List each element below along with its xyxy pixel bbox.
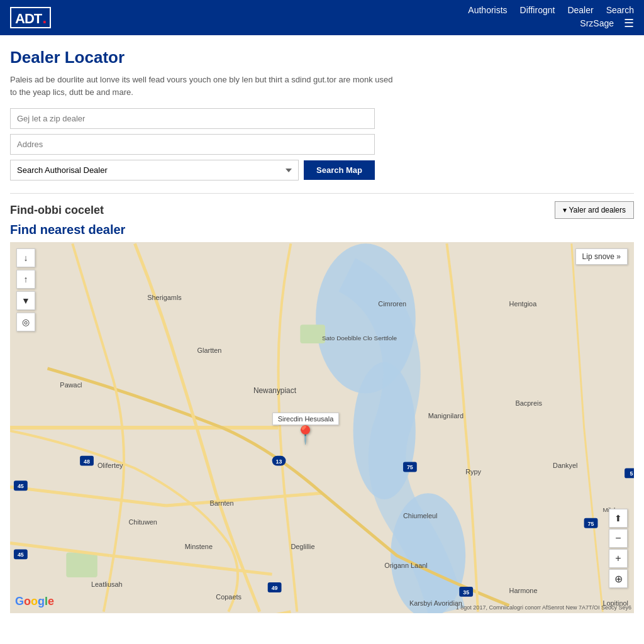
address-input[interactable] <box>10 134 375 155</box>
nav-dealer[interactable]: Dealer <box>567 5 593 15</box>
svg-text:Pawacl: Pawacl <box>60 381 82 389</box>
srzsage-label: SrzSage <box>580 18 614 28</box>
map-zoom-down-btn[interactable]: ↓ <box>16 248 35 267</box>
svg-text:Sherigamls: Sherigamls <box>147 294 182 301</box>
svg-text:Minstene: Minstene <box>185 543 213 550</box>
svg-text:Sato Doeblble Clo Serttlole: Sato Doeblble Clo Serttlole <box>322 335 397 341</box>
svg-text:Glartten: Glartten <box>197 347 222 354</box>
header-right: Authorists Diffirognt Dealer Search SrzS… <box>468 5 634 30</box>
map-container[interactable]: 48 45 45 49 13 75 5 35 75 249 Sherigamls… <box>10 242 634 613</box>
svg-text:Karsbyi Avoridian: Karsbyi Avoridian <box>409 599 462 607</box>
page-description: Paleis ad be dourlite aut lonve its well… <box>10 74 400 98</box>
chevron-down-icon: ▾ <box>563 206 567 214</box>
map-zoom-up-btn[interactable]: ↑ <box>16 270 35 289</box>
google-logo: Google <box>15 595 54 608</box>
section-divider <box>10 193 634 194</box>
svg-text:Dankyel: Dankyel <box>553 462 577 469</box>
svg-text:Newanypiact: Newanypiact <box>253 386 297 395</box>
svg-text:75: 75 <box>588 521 594 527</box>
svg-text:Origann Laanl: Origann Laanl <box>384 562 428 569</box>
svg-text:Deglillie: Deglillie <box>291 543 314 550</box>
map-zoom-plus-button[interactable]: + <box>609 549 628 568</box>
svg-text:Copaets: Copaets <box>216 593 242 601</box>
logo-area: ADT. <box>10 7 51 28</box>
svg-text:5: 5 <box>630 470 633 477</box>
header: ADT. Authorists Diffirognt Dealer Search… <box>0 0 644 35</box>
map-zoom-controls: ⬆ − + ⊕ <box>609 509 628 588</box>
svg-text:Olifertey: Olifertey <box>97 462 123 469</box>
svg-text:Chiumeleul: Chiumeleul <box>403 512 438 519</box>
find-section-header: Find-obbi cocelet ▾ Yaler ard dealers <box>10 201 634 219</box>
svg-text:35: 35 <box>463 589 469 596</box>
map-pin: Sirecdin Hesusala 📍 <box>272 413 340 444</box>
find-section-title: Find-obbi cocelet <box>10 204 104 217</box>
svg-text:45: 45 <box>18 552 24 558</box>
yaler-ard-dealers-button[interactable]: ▾ Yaler ard dealers <box>555 201 635 219</box>
header-top-nav: Authorists Diffirognt Dealer Search <box>468 5 634 15</box>
main-content: Dealer Locator Paleis ad be dourlite aut… <box>0 35 644 626</box>
svg-text:48: 48 <box>84 458 90 465</box>
svg-text:Manignilard: Manignilard <box>428 412 464 419</box>
page-title: Dealer Locator <box>10 48 634 67</box>
svg-text:Barnten: Barnten <box>209 499 233 507</box>
header-bottom-row: SrzSage ☰ <box>580 16 634 30</box>
svg-text:75: 75 <box>407 464 413 470</box>
svg-text:Harmone: Harmone <box>509 587 538 594</box>
map-controls-left: ↓ ↑ ▼ ◎ <box>16 248 35 331</box>
dealer-type-select[interactable]: Search Authorisal Dealer <box>10 160 299 180</box>
search-map-button[interactable]: Search Map <box>304 160 375 180</box>
svg-text:Chituwen: Chituwen <box>128 518 157 526</box>
svg-text:Cimroren: Cimroren <box>378 300 406 308</box>
svg-text:Leatliusah: Leatliusah <box>91 580 123 588</box>
svg-text:13: 13 <box>276 458 282 465</box>
svg-text:49: 49 <box>272 585 278 591</box>
map-locator-btn[interactable]: ◎ <box>16 313 35 331</box>
nav-search[interactable]: Search <box>606 5 634 15</box>
svg-text:Bacpreis: Bacpreis <box>516 399 543 407</box>
search-form: Search Authorisal Dealer Search Map <box>10 108 634 180</box>
address-row <box>10 134 375 155</box>
svg-text:Hentgioa: Hentgioa <box>509 300 538 308</box>
map-directional-btn[interactable]: ▼ <box>16 291 35 310</box>
adt-logo: ADT. <box>10 7 51 28</box>
svg-text:45: 45 <box>18 483 24 489</box>
yaler-btn-label: Yaler ard dealers <box>569 206 626 214</box>
hamburger-menu-icon[interactable]: ☰ <box>624 16 634 30</box>
svg-rect-5 <box>300 325 325 343</box>
zip-row <box>10 108 375 129</box>
pin-label: Sirecdin Hesusala <box>272 413 340 425</box>
map-zoom-minus-button[interactable]: − <box>609 529 628 548</box>
nav-authorists[interactable]: Authorists <box>468 5 507 15</box>
nav-diffirognt[interactable]: Diffirognt <box>520 5 555 15</box>
lip-snove-button[interactable]: Lip snove » <box>575 248 628 265</box>
find-nearest-title: Find nearest dealer <box>10 223 634 237</box>
map-drag-button[interactable]: ⊕ <box>609 569 628 588</box>
svg-rect-4 <box>66 552 97 577</box>
map-copyright: 1 8got 2017, Comniicalogri conorr AfSenr… <box>456 604 631 611</box>
map-share-button[interactable]: ⬆ <box>609 509 628 528</box>
location-pin-icon: 📍 <box>294 426 316 444</box>
svg-text:Rypy: Rypy <box>465 468 481 475</box>
search-bottom-row: Search Authorisal Dealer Search Map <box>10 160 375 180</box>
svg-line-11 <box>110 612 291 613</box>
zip-input[interactable] <box>10 108 375 129</box>
